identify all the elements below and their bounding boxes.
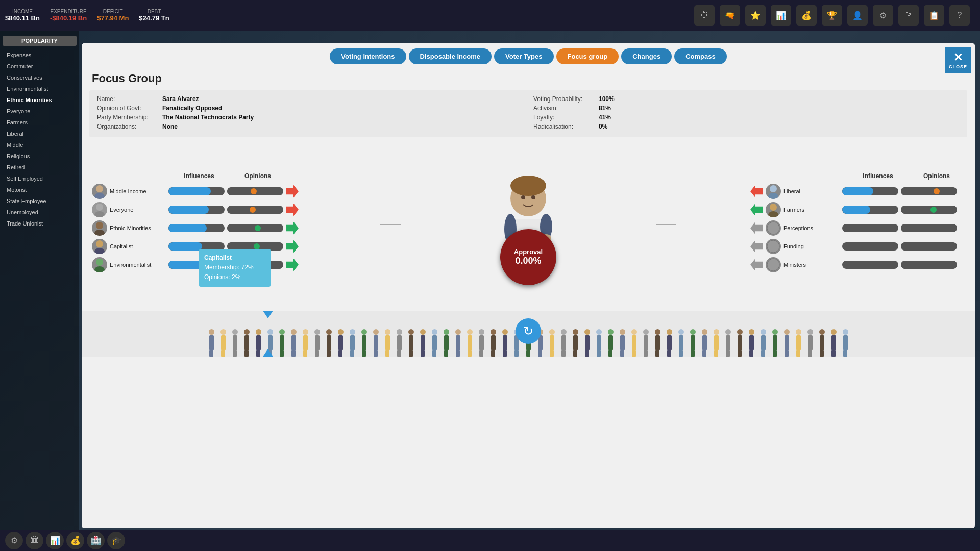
- sidebar-item-trade-unionist[interactable]: Trade Unionist: [3, 218, 77, 229]
- person-figure[interactable]: [581, 329, 593, 357]
- person-figure[interactable]: [793, 329, 804, 357]
- person-figure[interactable]: [382, 329, 393, 357]
- user-icon[interactable]: 👤: [847, 5, 868, 26]
- person-figure[interactable]: [276, 329, 287, 357]
- close-button[interactable]: ✕ CLOSE: [945, 47, 971, 73]
- tab-disposable-income[interactable]: Disposable Income: [409, 48, 492, 64]
- sidebar-item-liberal[interactable]: Liberal: [3, 129, 77, 139]
- person-figure[interactable]: [652, 329, 663, 357]
- bottom-icon-3[interactable]: 📊: [46, 532, 64, 549]
- person-figure[interactable]: [288, 329, 299, 357]
- sidebar-item-unemployed[interactable]: Unemployed: [3, 207, 77, 217]
- person-figure[interactable]: [816, 329, 827, 357]
- chart-icon[interactable]: 📊: [771, 5, 791, 26]
- person-figure[interactable]: [217, 329, 229, 357]
- help-icon[interactable]: ?: [949, 5, 970, 26]
- bottom-icon-2[interactable]: 🏛: [26, 532, 43, 549]
- bottom-icon-6[interactable]: 🎓: [107, 532, 125, 549]
- tab-focus-group[interactable]: Focus group: [556, 48, 619, 64]
- docs-icon[interactable]: 📋: [924, 5, 944, 26]
- person-figure[interactable]: [570, 329, 581, 357]
- bottom-icon-4[interactable]: 💰: [66, 532, 84, 549]
- flag-icon[interactable]: 🏳: [898, 5, 919, 26]
- tab-voting-intentions[interactable]: Voting Intentions: [330, 48, 406, 64]
- person-figure[interactable]: [687, 329, 698, 357]
- person-figure[interactable]: [628, 329, 640, 357]
- person-figure[interactable]: [335, 329, 346, 357]
- time-icon[interactable]: ⏱: [694, 5, 715, 26]
- sidebar-item-state-employee[interactable]: State Employee: [3, 196, 77, 206]
- person-figure[interactable]: [370, 329, 381, 357]
- sidebar-item-commuter[interactable]: Commuter: [3, 61, 77, 71]
- person-figure[interactable]: [311, 329, 323, 357]
- svg-point-13: [521, 195, 525, 199]
- tab-compass[interactable]: Compass: [674, 48, 727, 64]
- sidebar-item-everyone[interactable]: Everyone: [3, 106, 77, 116]
- person-figure[interactable]: [476, 329, 487, 357]
- person-figure[interactable]: [664, 329, 675, 357]
- star-icon[interactable]: ⭐: [745, 5, 766, 26]
- sidebar-item-retired[interactable]: Retired: [3, 162, 77, 172]
- person-figure[interactable]: [617, 329, 628, 357]
- person-figure[interactable]: [804, 329, 816, 357]
- sidebar-item-religious[interactable]: Religious: [3, 151, 77, 161]
- person-figure[interactable]: [323, 329, 334, 357]
- reload-icon[interactable]: ↻: [516, 318, 541, 344]
- sidebar-item-environmentalist[interactable]: Environmentalist: [3, 84, 77, 94]
- tab-voter-types[interactable]: Voter Types: [494, 48, 553, 64]
- sidebar-item-farmers[interactable]: Farmers: [3, 117, 77, 128]
- person-figure[interactable]: [440, 329, 452, 357]
- tab-changes[interactable]: Changes: [621, 48, 672, 64]
- settings-icon[interactable]: ⚙: [873, 5, 893, 26]
- person-figure[interactable]: [699, 329, 710, 357]
- person-figure[interactable]: [746, 329, 757, 357]
- person-figure[interactable]: [769, 329, 780, 357]
- person-figure[interactable]: [722, 329, 733, 357]
- opinion-bar-liberal: [901, 187, 957, 195]
- sidebar-item-middle[interactable]: Middle: [3, 140, 77, 150]
- trophy-icon[interactable]: 🏆: [822, 5, 842, 26]
- person-figure[interactable]: [241, 329, 252, 357]
- triangle-down-icon: [263, 311, 273, 318]
- bottom-icon-1[interactable]: ⚙: [5, 532, 23, 549]
- person-figure[interactable]: [253, 329, 264, 357]
- sidebar-item-expenses[interactable]: Expenses: [3, 50, 77, 60]
- dollar-icon[interactable]: 💰: [796, 5, 817, 26]
- person-figure[interactable]: [675, 329, 687, 357]
- person-figure[interactable]: [206, 329, 217, 357]
- sidebar-item-self-employed[interactable]: Self Employed: [3, 173, 77, 184]
- person-figure[interactable]: [464, 329, 475, 357]
- person-figure[interactable]: [499, 329, 510, 357]
- person-figure[interactable]: [593, 329, 604, 357]
- person-figure[interactable]: [229, 329, 240, 357]
- person-figure[interactable]: [347, 329, 358, 357]
- sidebar-item-conservatives[interactable]: Conservatives: [3, 72, 77, 83]
- sidebar-item-motorist[interactable]: Motorist: [3, 185, 77, 195]
- person-figure[interactable]: [605, 329, 616, 357]
- person-figure[interactable]: [734, 329, 745, 357]
- person-figure[interactable]: [429, 329, 440, 357]
- bottom-icon-5[interactable]: 🏥: [87, 532, 105, 549]
- person-figure[interactable]: [710, 329, 722, 357]
- sidebar-item-ethnic-minorities[interactable]: Ethnic Minorities: [3, 95, 77, 105]
- person-figure[interactable]: [487, 329, 499, 357]
- person-figure-selected[interactable]: [358, 329, 370, 357]
- person-figure[interactable]: [828, 329, 839, 357]
- arrow-container-capitalist: [286, 240, 301, 253]
- person-figure[interactable]: [840, 329, 851, 357]
- person-figure[interactable]: [757, 329, 769, 357]
- influence-bar-funding: [842, 242, 898, 251]
- label-liberal: Liberal: [783, 188, 840, 194]
- person-figure[interactable]: [417, 329, 428, 357]
- person-figure[interactable]: [394, 329, 405, 357]
- person-figure[interactable]: [405, 329, 416, 357]
- person-figure[interactable]: [300, 329, 311, 357]
- person-figure[interactable]: [452, 329, 463, 357]
- person-figure[interactable]: [546, 329, 557, 357]
- person-figure[interactable]: [640, 329, 651, 357]
- avatar-middle-income: [92, 184, 107, 199]
- person-figure[interactable]: [558, 329, 569, 357]
- reload-button-container[interactable]: ↻: [516, 318, 541, 344]
- person-figure[interactable]: [781, 329, 792, 357]
- gun-icon[interactable]: 🔫: [720, 5, 740, 26]
